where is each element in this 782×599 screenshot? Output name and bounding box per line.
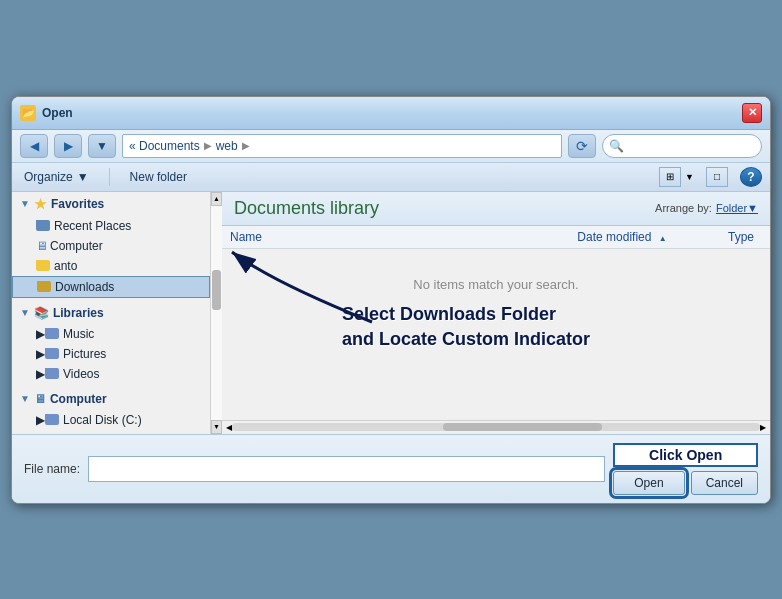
sidebar-item-pictures[interactable]: ▶ Pictures (12, 344, 210, 364)
cancel-button[interactable]: Cancel (691, 471, 758, 495)
computer2-header[interactable]: ▼ 🖥 Computer (12, 388, 210, 410)
file-header: Documents library Arrange by: Folder ▼ (222, 192, 770, 226)
column-headers: Name Date modified ▲ Type (222, 226, 770, 249)
horizontal-scrollbar[interactable]: ◀ ▶ (222, 420, 770, 434)
sidebar-scrollbar[interactable]: ▲ ▼ (210, 192, 222, 434)
search-icon: 🔍 (609, 139, 624, 153)
music-folder-icon (45, 328, 59, 339)
refresh-button[interactable]: ⟳ (568, 134, 596, 158)
open-dialog: 📂 Open ✕ ◀ ▶ ▼ « Documents ▶ web ▶ ⟳ 🔍 O… (11, 96, 771, 504)
h-scroll-right-icon[interactable]: ▶ (760, 423, 766, 432)
sidebar-wrapper: ▼ ★ Favorites Recent Places 🖥 Computer (12, 192, 222, 434)
address-bar: ◀ ▶ ▼ « Documents ▶ web ▶ ⟳ 🔍 (12, 130, 770, 163)
libraries-label: Libraries (53, 306, 104, 320)
sidebar: ▼ ★ Favorites Recent Places 🖥 Computer (12, 192, 210, 434)
click-open-label: Click Open (613, 443, 758, 467)
file-list: No items match your search. (222, 249, 770, 420)
favorites-section: ▼ ★ Favorites Recent Places 🖥 Computer (12, 192, 210, 298)
star-icon: ★ (34, 196, 47, 212)
sidebar-item-anto[interactable]: anto (12, 256, 210, 276)
scroll-track (211, 206, 222, 420)
title-bar: 📂 Open ✕ (12, 97, 770, 130)
crumb-doc: « Documents (129, 139, 200, 153)
no-items-text: No items match your search. (413, 277, 578, 292)
favorites-collapse-icon: ▼ (20, 198, 30, 209)
local-disk-label: Local Disk (C:) (63, 413, 142, 427)
recent-places-label: Recent Places (54, 219, 131, 233)
open-cancel-area: Click Open Open Cancel (613, 443, 758, 495)
computer-label: Computer (50, 239, 103, 253)
favorites-header[interactable]: ▼ ★ Favorites (12, 192, 210, 216)
dialog-title: Open (42, 106, 73, 120)
sort-arrow-icon: ▲ (659, 234, 667, 243)
scroll-down-button[interactable]: ▼ (211, 420, 222, 434)
arrange-by: Arrange by: Folder ▼ (655, 202, 758, 214)
toolbar: Organize ▼ New folder ⊞ ▼ □ ? (12, 163, 770, 192)
open-button[interactable]: Open (613, 471, 684, 495)
sidebar-item-videos[interactable]: ▶ Videos (12, 364, 210, 384)
view-dropdown-icon[interactable]: ▼ (685, 172, 694, 182)
crumb-sep1: ▶ (204, 140, 212, 151)
computer2-icon: 🖥 (34, 392, 46, 406)
sidebar-item-local-disk[interactable]: ▶ Local Disk (C:) (12, 410, 210, 430)
library-title: Documents library (234, 198, 379, 219)
col-name[interactable]: Name (230, 230, 492, 244)
libraries-header[interactable]: ▼ 📚 Libraries (12, 302, 210, 324)
music-expand-icon: ▶ (36, 327, 45, 341)
sidebar-item-computer[interactable]: 🖥 Computer (12, 236, 210, 256)
file-name-input[interactable] (88, 456, 605, 482)
computer-section: ▼ 🖥 Computer ▶ Local Disk (C:) (12, 388, 210, 430)
back-button[interactable]: ◀ (20, 134, 48, 158)
libraries-collapse-icon: ▼ (20, 307, 30, 318)
arrange-by-label: Arrange by: (655, 202, 712, 214)
anto-folder-icon (36, 260, 50, 271)
videos-label: Videos (63, 367, 99, 381)
main-content: ▼ ★ Favorites Recent Places 🖥 Computer (12, 192, 770, 434)
organize-button[interactable]: Organize ▼ (20, 168, 93, 186)
favorites-label: Favorites (51, 197, 104, 211)
library-icon: 📚 (34, 306, 49, 320)
dialog-icon: 📂 (20, 105, 36, 121)
libraries-section: ▼ 📚 Libraries ▶ Music ▶ Pictures (12, 302, 210, 384)
organize-arrow-icon: ▼ (77, 170, 89, 184)
crumb-web: web (216, 139, 238, 153)
view-buttons: ⊞ ▼ □ (659, 167, 728, 187)
crumb-sep2: ▶ (242, 140, 250, 151)
new-folder-button[interactable]: New folder (126, 168, 191, 186)
file-area: Documents library Arrange by: Folder ▼ N… (222, 192, 770, 434)
new-folder-label: New folder (130, 170, 187, 184)
scroll-thumb[interactable] (212, 270, 221, 310)
title-bar-left: 📂 Open (20, 105, 73, 121)
view-detail-button[interactable]: □ (706, 167, 728, 187)
arrange-dropdown-icon: ▼ (747, 202, 758, 214)
pictures-expand-icon: ▶ (36, 347, 45, 361)
sidebar-item-downloads[interactable]: Downloads (12, 276, 210, 298)
h-scroll-thumb[interactable] (443, 423, 601, 431)
sidebar-item-music[interactable]: ▶ Music (12, 324, 210, 344)
action-buttons: Open Cancel (613, 471, 758, 495)
breadcrumb: « Documents ▶ web ▶ (129, 139, 250, 153)
dropdown-button[interactable]: ▼ (88, 134, 116, 158)
arrange-value[interactable]: Folder ▼ (716, 202, 758, 214)
help-button[interactable]: ? (740, 167, 762, 187)
recent-places-icon (36, 220, 50, 231)
address-input[interactable]: « Documents ▶ web ▶ (122, 134, 562, 158)
downloads-folder-icon (37, 281, 51, 292)
file-name-label: File name: (24, 462, 80, 476)
pictures-label: Pictures (63, 347, 106, 361)
forward-button[interactable]: ▶ (54, 134, 82, 158)
scroll-up-button[interactable]: ▲ (211, 192, 222, 206)
computer-icon: 🖥 (36, 239, 48, 253)
search-box[interactable]: 🔍 (602, 134, 762, 158)
computer2-collapse-icon: ▼ (20, 393, 30, 404)
videos-expand-icon: ▶ (36, 367, 45, 381)
anto-label: anto (54, 259, 77, 273)
local-disk-icon (45, 414, 59, 425)
close-button[interactable]: ✕ (742, 103, 762, 123)
computer2-label: Computer (50, 392, 107, 406)
sidebar-item-recent-places[interactable]: Recent Places (12, 216, 210, 236)
col-type[interactable]: Type (667, 230, 762, 244)
toolbar-separator (109, 168, 110, 186)
view-grid-button[interactable]: ⊞ (659, 167, 681, 187)
col-date[interactable]: Date modified ▲ (492, 230, 667, 244)
